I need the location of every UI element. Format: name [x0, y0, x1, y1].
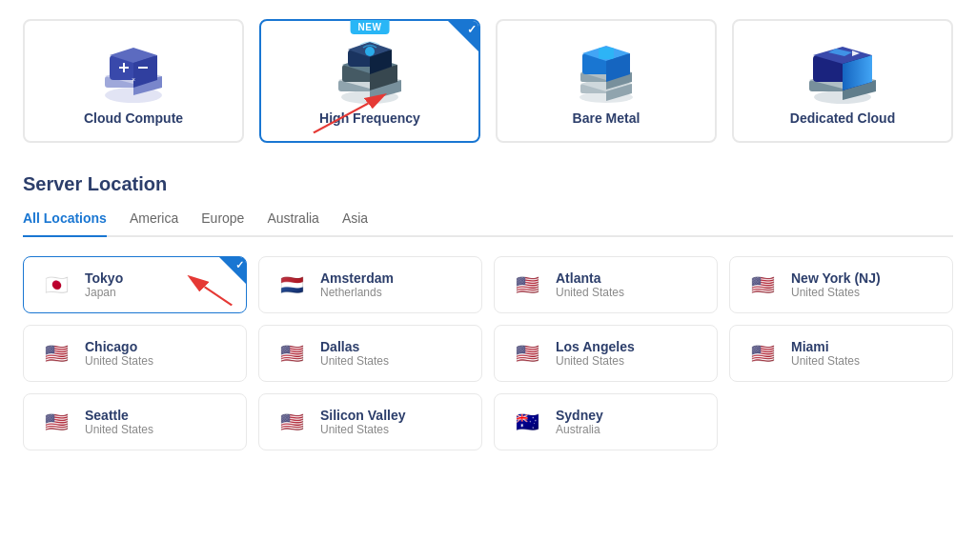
- us-flag-chicago: 🇺🇸: [39, 342, 73, 365]
- bare-metal-icon: [563, 40, 649, 110]
- seattle-country: United States: [85, 423, 153, 436]
- silicon-valley-info: Silicon Valley United States: [320, 408, 406, 436]
- tokyo-country: Japan: [85, 286, 123, 299]
- silicon-valley-city: Silicon Valley: [320, 408, 406, 423]
- netherlands-flag: 🇳🇱: [274, 273, 309, 296]
- atlanta-info: Atlanta United States: [556, 270, 624, 299]
- new-badge: NEW: [351, 20, 390, 34]
- server-location-section: Server Location All Locations America Eu…: [23, 173, 953, 450]
- tab-europe[interactable]: Europe: [201, 210, 244, 237]
- dallas-info: Dallas United States: [320, 339, 389, 368]
- seattle-info: Seattle United States: [85, 408, 153, 436]
- location-los-angeles[interactable]: 🇺🇸 Los Angeles United States: [494, 325, 718, 382]
- dedicated-cloud-label: Dedicated Cloud: [790, 110, 895, 126]
- chicago-info: Chicago United States: [85, 339, 153, 368]
- new-york-city: New York (NJ): [791, 270, 881, 286]
- us-flag-atlanta: 🇺🇸: [510, 273, 544, 296]
- sydney-info: Sydney Australia: [556, 408, 603, 436]
- tokyo-city: Tokyo: [85, 270, 123, 286]
- location-seattle[interactable]: 🇺🇸 Seattle United States: [23, 393, 247, 450]
- tab-asia[interactable]: Asia: [342, 210, 368, 237]
- tab-america[interactable]: America: [130, 210, 178, 237]
- bare-metal-label: Bare Metal: [573, 110, 640, 126]
- location-tabs: All Locations America Europe Australia A…: [23, 210, 953, 237]
- location-sydney[interactable]: 🇦🇺 Sydney Australia: [494, 393, 718, 450]
- us-flag-dallas: 🇺🇸: [274, 342, 309, 365]
- selected-checkmark: [448, 21, 478, 51]
- svg-point-21: [365, 47, 375, 56]
- location-new-york[interactable]: 🇺🇸 New York (NJ) United States: [729, 256, 953, 313]
- tokyo-info: Tokyo Japan: [85, 270, 123, 299]
- svg-text:×: ×: [132, 76, 135, 83]
- dallas-city: Dallas: [320, 339, 389, 354]
- new-york-info: New York (NJ) United States: [791, 270, 881, 299]
- dallas-country: United States: [320, 354, 389, 368]
- us-flag-new-york: 🇺🇸: [745, 273, 780, 296]
- chicago-country: United States: [85, 354, 153, 368]
- tab-australia[interactable]: Australia: [267, 210, 318, 237]
- chicago-city: Chicago: [85, 339, 153, 354]
- sydney-country: Australia: [556, 423, 603, 436]
- location-chicago[interactable]: 🇺🇸 Chicago United States: [23, 325, 247, 382]
- los-angeles-city: Los Angeles: [556, 339, 635, 354]
- atlanta-country: United States: [556, 286, 624, 299]
- location-tokyo[interactable]: 🇯🇵 Tokyo Japan: [23, 256, 247, 313]
- amsterdam-info: Amsterdam Netherlands: [320, 270, 394, 299]
- us-flag-los-angeles: 🇺🇸: [510, 342, 544, 365]
- high-frequency-label: High Frequency: [319, 110, 420, 126]
- card-bare-metal[interactable]: Bare Metal: [496, 19, 717, 143]
- amsterdam-city: Amsterdam: [320, 270, 394, 286]
- locations-grid: 🇯🇵 Tokyo Japan 🇳🇱 Amsterdam Netherlands …: [23, 256, 953, 450]
- svg-rect-32: [599, 48, 614, 59]
- location-atlanta[interactable]: 🇺🇸 Atlanta United States: [494, 256, 718, 313]
- card-dedicated-cloud[interactable]: Dedicated Cloud: [732, 19, 953, 143]
- card-cloud-compute[interactable]: × Cloud Compute: [23, 19, 244, 143]
- high-frequency-icon: [327, 40, 413, 110]
- miami-country: United States: [791, 354, 860, 368]
- server-types-grid: × Cloud Compute NEW: [23, 19, 953, 143]
- japan-flag: 🇯🇵: [39, 273, 73, 296]
- server-location-title: Server Location: [23, 173, 953, 195]
- seattle-city: Seattle: [85, 408, 153, 423]
- new-york-country: United States: [791, 286, 881, 299]
- amsterdam-country: Netherlands: [320, 286, 394, 299]
- location-miami[interactable]: 🇺🇸 Miami United States: [729, 325, 953, 382]
- us-flag-seattle: 🇺🇸: [39, 410, 73, 433]
- sydney-city: Sydney: [556, 408, 603, 423]
- miami-city: Miami: [791, 339, 860, 354]
- card-high-frequency[interactable]: NEW: [259, 19, 480, 143]
- los-angeles-info: Los Angeles United States: [556, 339, 635, 368]
- miami-info: Miami United States: [791, 339, 860, 368]
- cloud-compute-label: Cloud Compute: [84, 110, 183, 126]
- location-amsterdam[interactable]: 🇳🇱 Amsterdam Netherlands: [258, 256, 482, 313]
- location-silicon-valley[interactable]: 🇺🇸 Silicon Valley United States: [258, 393, 482, 450]
- los-angeles-country: United States: [556, 354, 635, 368]
- us-flag-miami: 🇺🇸: [745, 342, 780, 365]
- us-flag-silicon-valley: 🇺🇸: [274, 410, 309, 433]
- tab-all-locations[interactable]: All Locations: [23, 210, 107, 237]
- atlanta-city: Atlanta: [556, 270, 624, 286]
- tokyo-selected-check: [219, 257, 246, 284]
- cloud-compute-icon: ×: [91, 40, 176, 110]
- location-dallas[interactable]: 🇺🇸 Dallas United States: [258, 325, 482, 382]
- silicon-valley-country: United States: [320, 423, 406, 436]
- australia-flag: 🇦🇺: [510, 410, 544, 433]
- dedicated-cloud-icon: [800, 40, 885, 110]
